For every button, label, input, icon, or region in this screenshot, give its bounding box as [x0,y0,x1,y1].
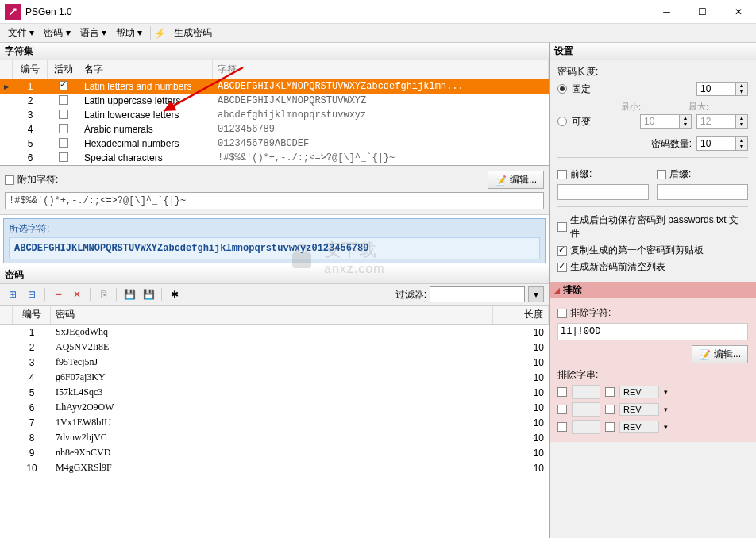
star-icon[interactable]: ✱ [167,286,183,302]
append-checkbox[interactable] [5,175,14,185]
window-title: PSGen 1.0 [25,6,649,17]
copyfirst-checkbox[interactable] [557,246,567,256]
pwd-toolbar: ⊞ ⊟ ━ ✕ ⎘ 💾 💾 ✱ 过滤器: ▾ [0,284,549,306]
charset-row[interactable]: 3Latin lowercase lettersabcdefghijklmnop… [0,108,549,122]
exclude-str-checkbox[interactable] [557,387,567,397]
menu-generate[interactable]: 生成密码 [169,25,217,41]
selected-chars: ABCDEFGHIJKLMNOPQRSTUVWXYZabcdefghijklmn… [9,237,540,259]
clear-icon[interactable]: ✕ [69,286,85,302]
charset-active-checkbox[interactable] [59,110,68,119]
suffix-input[interactable] [657,184,748,200]
fixed-length-input[interactable]: 10 [696,82,736,96]
spin-down-icon[interactable]: ▼ [736,89,747,95]
password-row[interactable]: 71Vx1EW8bIU10 [0,415,549,430]
charset-grid: 编号 活动 名字 字符 ▸1Latin letters and numbersA… [0,60,549,165]
min-length-input[interactable]: 10 [640,114,680,129]
password-row[interactable]: 87dvnw2bjVC10 [0,430,549,445]
filter-input[interactable] [430,286,525,302]
charset-header: 字符集 [0,43,549,60]
minimize-button[interactable]: ─ [649,0,685,24]
append-label: 附加字符: [17,173,488,186]
save-icon[interactable]: 💾 [122,286,137,302]
password-row[interactable]: 9nh8e9XnCVD10 [0,445,549,460]
pwd-col-num[interactable]: 编号 [13,306,51,324]
filter-label: 过滤器: [395,288,426,302]
exclude-chars-checkbox[interactable] [557,309,567,318]
max-length-input[interactable]: 12 [696,114,736,129]
menu-file[interactable]: 文件 ▾ [3,25,39,41]
filter-clear-icon[interactable]: ▾ [528,286,544,302]
col-name[interactable]: 名字 [79,60,213,79]
exclude-str-input[interactable] [572,385,600,399]
charset-active-checkbox[interactable] [59,95,68,105]
radio-fixed[interactable] [557,84,567,94]
close-button[interactable]: ✕ [720,0,756,24]
menu-password[interactable]: 密码 ▾ [39,25,75,41]
append-section: 附加字符: 📝 编辑... [0,166,549,215]
password-row[interactable]: 4g6F07aj3KY10 [0,370,549,385]
password-row[interactable]: 1SxJEqodWhq10 [0,325,549,340]
clearlist-checkbox[interactable] [557,263,567,272]
col-active[interactable]: 活动 [48,60,79,79]
radio-variable[interactable] [557,117,567,126]
password-row[interactable]: 10M4gGXRSl9F10 [0,460,549,475]
prefix-input[interactable] [557,184,649,200]
charset-active-checkbox[interactable] [59,138,68,148]
pwd-col-pwd[interactable]: 密码 [51,306,493,324]
password-row[interactable]: 5I57kL4Sqc310 [0,385,549,400]
selected-section: 所选字符: ABCDEFGHIJKLMNOPQRSTUVWXYZabcdefgh… [3,218,546,263]
autosave-checkbox[interactable] [557,222,567,232]
maximize-button[interactable]: ☐ [685,0,720,24]
exclude-strings-label: 排除字串: [557,368,748,382]
col-num[interactable]: 编号 [13,60,48,79]
suffix-checkbox[interactable] [657,170,666,179]
charset-row[interactable]: ▸1Latin letters and numbersABCDEFGHIJKLM… [0,79,549,94]
password-row[interactable]: 6LhAyv2O9OW10 [0,400,549,415]
col-chars[interactable]: 字符 [213,60,549,79]
exclude-header[interactable]: 排除 [550,282,756,298]
append-edit-button[interactable]: 📝 编辑... [488,171,544,189]
list-view-icon[interactable]: ⊟ [24,286,40,302]
bolt-icon: ⚡ [154,28,166,39]
charset-active-checkbox[interactable] [59,124,68,133]
settings-header: 设置 [550,43,756,60]
exclude-edit-button[interactable]: 📝编辑... [692,345,748,363]
prefix-checkbox[interactable] [557,170,567,179]
titlebar: PSGen 1.0 ─ ☐ ✕ [0,0,756,24]
menu-language[interactable]: 语言 ▾ [75,25,111,41]
charset-active-checkbox[interactable] [59,81,68,90]
grid-view-icon[interactable]: ⊞ [5,286,21,302]
rev-select[interactable]: REV [619,386,659,398]
menu-help[interactable]: 帮助 ▾ [111,25,147,41]
delete-icon[interactable]: ━ [50,286,66,302]
append-input[interactable] [5,192,544,209]
spin-up-icon[interactable]: ▲ [736,83,747,89]
password-row[interactable]: 2AQ5NV2Ii8E10 [0,340,549,355]
edit-icon: 📝 [699,349,711,360]
charset-row[interactable]: 2Latin uppercase lettersABCDEFGHIJKLMNOP… [0,94,549,108]
copy-icon[interactable]: ⎘ [95,286,111,302]
charset-row[interactable]: 4Arabic numerals0123456789 [0,122,549,136]
app-icon [5,4,21,20]
charset-row[interactable]: 5Hexadecimal numbers0123456789ABCDEF [0,136,549,151]
menubar: 文件 ▾ 密码 ▾ 语言 ▾ 帮助 ▾ ⚡ 生成密码 [0,24,756,43]
password-row[interactable]: 3f95Tecj5nJ10 [0,355,549,370]
exclude-chars-input[interactable] [557,323,748,340]
pwd-col-len[interactable]: 长度 [493,306,549,324]
count-label: 密码数量: [651,137,692,151]
edit-icon: 📝 [495,175,507,186]
pwd-header: 密码 [0,267,549,284]
count-input[interactable]: 10 [696,136,736,151]
selected-label: 所选字符: [9,222,540,236]
charset-row[interactable]: 6Special characters!#$%&'()*+,-./:;<=>?@… [0,151,549,165]
charset-active-checkbox[interactable] [59,152,68,162]
saveas-icon[interactable]: 💾 [141,286,156,302]
length-label: 密码长度: [557,65,748,79]
